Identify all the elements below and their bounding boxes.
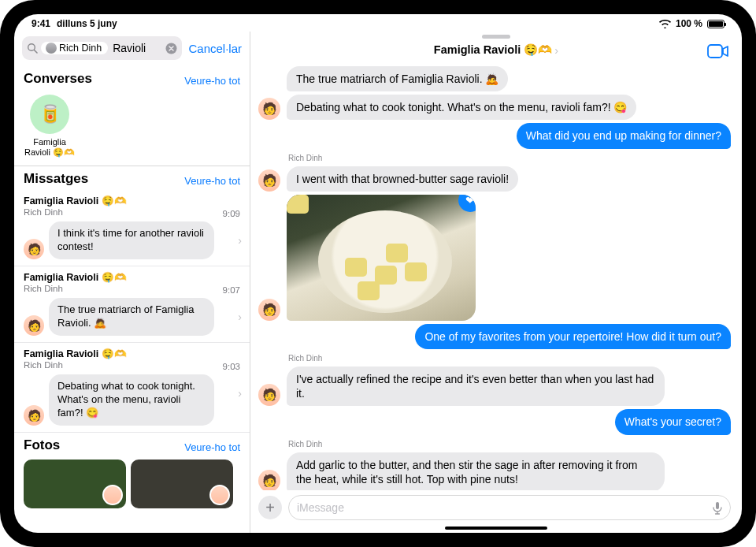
status-battery-pct: 100 % (676, 18, 702, 29)
message-result-text: The true matriarch of Famiglia Ravioli. … (49, 298, 214, 336)
dictation-icon[interactable] (713, 501, 722, 515)
chevron-right-icon: › (238, 311, 242, 323)
ipad-frame: 9:41 dilluns 5 juny 100 % Rich Dinh (0, 0, 756, 547)
avatar-icon: 🧑 (24, 239, 44, 259)
message-result-sender: Rich Dinh (24, 360, 242, 370)
message-row: What's your secret? (258, 409, 731, 434)
search-icon (27, 43, 38, 54)
section-title: Fotos (24, 437, 60, 453)
message-result-time: 9:03 (223, 362, 240, 371)
status-date: dilluns 5 juny (57, 18, 117, 29)
chat-header[interactable]: Famiglia Ravioli 🤤🫶 › (250, 40, 742, 63)
person-icon (46, 43, 57, 54)
see-all-conversations[interactable]: Veure-ho tot (184, 75, 240, 87)
sender-label: Rich Dinh (288, 354, 731, 363)
search-text: Ravioli (111, 42, 162, 54)
received-message[interactable]: Debating what to cook tonight. What's on… (287, 95, 636, 120)
photo-result[interactable] (24, 460, 126, 508)
section-photos: Fotos Veure-ho tot (14, 433, 250, 456)
message-row: What did you end up making for dinner? (258, 123, 731, 148)
avatar-icon: 🧑 (258, 470, 280, 490)
input-placeholder: iMessage (297, 501, 344, 514)
received-message[interactable]: Add garlic to the butter, and then stir … (287, 452, 665, 491)
home-indicator[interactable] (445, 527, 547, 530)
message-result-sender: Rich Dinh (24, 207, 242, 217)
photo-message[interactable]: ❤ (287, 195, 476, 321)
compose-bar: + iMessage (250, 490, 742, 525)
chat-title: Famiglia Ravioli 🤤🫶 (434, 43, 552, 57)
sender-label: Rich Dinh (288, 440, 731, 448)
chevron-right-icon: › (238, 234, 242, 247)
sent-message[interactable]: What did you end up making for dinner? (517, 123, 731, 148)
chat-pane: Famiglia Ravioli 🤤🫶 › The true matriarch… (250, 32, 742, 533)
message-thread[interactable]: The true matriarch of Famiglia Ravioli. … (250, 63, 742, 490)
facetime-button[interactable] (707, 43, 729, 59)
svg-rect-4 (716, 502, 719, 509)
message-row: 🧑I've actually refined the recipe and it… (258, 367, 731, 406)
search-token-person[interactable]: Rich Dinh (41, 42, 108, 54)
message-result-thread: Famiglia Ravioli 🤤🫶 (24, 195, 242, 207)
message-result[interactable]: Famiglia Ravioli 🤤🫶 Rich Dinh 9:09 🧑 I t… (14, 190, 250, 266)
add-button[interactable]: + (258, 496, 282, 519)
svg-line-1 (35, 50, 38, 54)
message-result-thread: Famiglia Ravioli 🤤🫶 (24, 348, 242, 359)
message-result-text: Debating what to cook tonight. What's on… (49, 374, 214, 426)
avatar-icon: 🧑 (258, 384, 280, 406)
status-bar: 9:41 dilluns 5 juny 100 % (14, 14, 742, 32)
clear-icon[interactable] (165, 43, 177, 54)
see-all-messages[interactable]: Veure-ho tot (184, 175, 240, 187)
sender-label: Rich Dinh (288, 154, 731, 162)
message-row: The true matriarch of Famiglia Ravioli. … (258, 66, 731, 91)
chevron-right-icon: › (554, 44, 558, 57)
received-message[interactable]: I went with that browned-butter sage rav… (287, 166, 518, 192)
screen: 9:41 dilluns 5 juny 100 % Rich Dinh (14, 14, 742, 533)
search-input[interactable]: Rich Dinh Ravioli (22, 36, 182, 60)
message-row: 🧑Add garlic to the butter, and then stir… (258, 452, 731, 491)
message-row: 🧑I went with that browned-butter sage ra… (258, 166, 731, 192)
wifi-icon (659, 20, 671, 28)
photo-result[interactable] (131, 460, 233, 508)
status-time: 9:41 (32, 18, 50, 29)
message-result-text: I think it's time for another ravioli co… (49, 221, 214, 259)
conversation-result[interactable]: 🥫 Famiglia Ravioli 🤤🫶 (14, 90, 76, 166)
avatar-icon: 🧑 (258, 169, 280, 192)
section-title: Missatges (24, 171, 88, 187)
message-result-time: 9:09 (223, 209, 240, 218)
battery-icon (707, 20, 724, 28)
section-conversations: Converses Veure-ho tot (14, 66, 250, 90)
avatar-icon (102, 485, 123, 505)
sent-message[interactable]: One of my favorites from your repertoire… (415, 324, 731, 349)
message-result-thread: Famiglia Ravioli 🤤🫶 (24, 271, 242, 283)
message-result-sender: Rich Dinh (24, 284, 242, 293)
avatar-icon: 🧑 (258, 299, 280, 321)
cancel-button[interactable]: Cancel·lar (188, 42, 242, 55)
section-title: Converses (24, 71, 92, 87)
sidebar: Rich Dinh Ravioli Cancel·lar Converses V… (14, 32, 250, 533)
received-message[interactable]: I've actually refined the recipe and it'… (287, 367, 665, 406)
grabber-icon[interactable] (482, 35, 510, 39)
see-all-photos[interactable]: Veure-ho tot (184, 441, 240, 453)
search-token-label: Rich Dinh (59, 43, 102, 54)
message-row: One of my favorites from your repertoire… (258, 324, 731, 349)
message-result[interactable]: Famiglia Ravioli 🤤🫶 Rich Dinh 9:03 🧑 Deb… (14, 343, 250, 433)
avatar-icon: 🧑 (258, 98, 280, 120)
conversation-label: Famiglia Ravioli 🤤🫶 (24, 137, 76, 158)
avatar-icon: 🧑 (24, 405, 44, 426)
sent-message[interactable]: What's your secret? (615, 409, 731, 434)
conversation-avatar: 🥫 (30, 95, 69, 134)
message-row: 🧑Debating what to cook tonight. What's o… (258, 95, 731, 120)
message-result[interactable]: Famiglia Ravioli 🤤🫶 Rich Dinh 9:07 🧑 The… (14, 266, 250, 343)
love-reaction-icon[interactable]: ❤ (458, 195, 476, 212)
avatar-icon (209, 485, 230, 505)
message-row: 🧑❤ (258, 195, 731, 321)
chevron-right-icon: › (238, 387, 242, 400)
message-result-time: 9:07 (223, 285, 240, 295)
section-messages: Missatges Veure-ho tot (14, 166, 250, 190)
message-input[interactable]: iMessage (288, 495, 731, 520)
avatar-icon: 🧑 (24, 315, 44, 336)
received-message[interactable]: The true matriarch of Famiglia Ravioli. … (287, 66, 508, 91)
svg-rect-3 (708, 45, 722, 58)
